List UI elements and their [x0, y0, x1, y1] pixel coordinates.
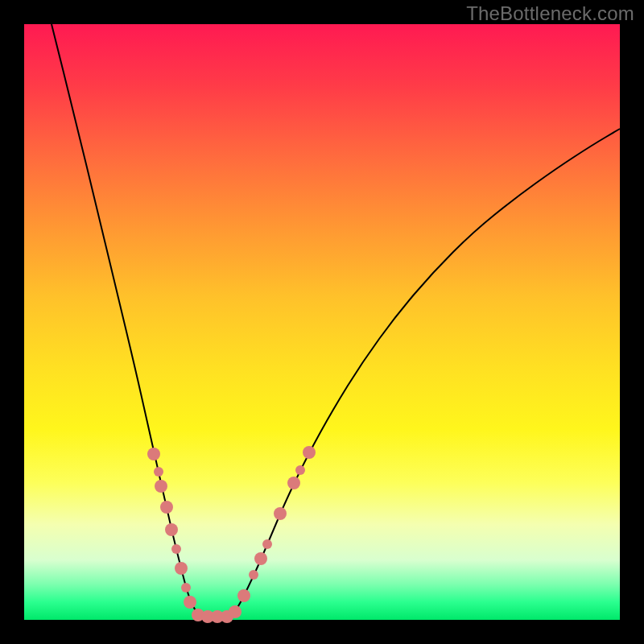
marker-dot: [155, 480, 167, 493]
marker-dot: [274, 507, 287, 520]
marker-dot: [249, 570, 258, 580]
left-curve-path: [52, 24, 201, 617]
marker-dot: [303, 446, 316, 459]
marker-dot: [229, 605, 242, 618]
marker-dot: [165, 523, 178, 536]
watermark-text: TheBottleneck.com: [466, 2, 634, 25]
marker-dot: [254, 552, 267, 565]
right-curve-path: [230, 129, 620, 617]
marker-dots: [147, 446, 316, 623]
marker-dot: [154, 467, 163, 477]
marker-dot: [175, 562, 188, 575]
marker-dot: [295, 465, 305, 475]
marker-dot: [287, 477, 300, 489]
marker-dot: [160, 501, 173, 514]
chart-svg: [24, 24, 620, 620]
marker-dot: [181, 583, 191, 592]
marker-dot: [262, 539, 272, 549]
marker-dot: [184, 596, 196, 609]
marker-dot: [171, 544, 181, 554]
marker-dot: [237, 589, 250, 602]
outer-frame: TheBottleneck.com: [0, 0, 644, 644]
marker-dot: [147, 448, 160, 460]
